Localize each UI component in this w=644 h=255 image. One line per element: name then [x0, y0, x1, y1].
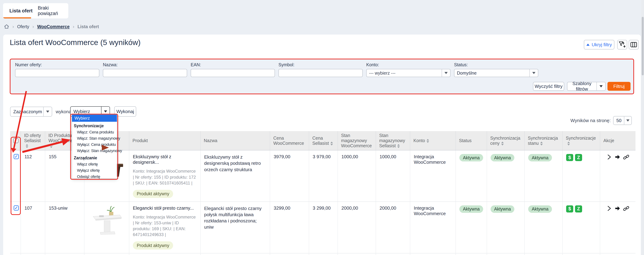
- konto-select[interactable]: --- wybierz ---: [366, 69, 450, 77]
- sort-icon: [26, 144, 28, 148]
- breadcrumb: › Oferty › WooCommerce › Lista ofert: [4, 23, 99, 30]
- table-row: 107 153-uniw: [10, 202, 636, 253]
- stock-sync-icon[interactable]: Z: [575, 154, 582, 161]
- hide-filters-button[interactable]: Ukryj filtry: [584, 40, 614, 49]
- price-sync-badge: Aktywna: [490, 154, 514, 161]
- stock-sync-badge: Aktywna: [528, 205, 552, 213]
- filter-submit-button[interactable]: Filtruj: [608, 82, 630, 91]
- chevron-down-icon: [530, 69, 538, 77]
- cell-stock-sellasist: 2000,00: [376, 202, 410, 253]
- menu-option[interactable]: Wyłącz: Cena produktu: [72, 141, 117, 148]
- status-badge: Aktywna: [459, 205, 483, 213]
- menu-option[interactable]: Włącz: Cena produktu: [72, 129, 117, 135]
- menu-option[interactable]: Wyłącz ofertę: [72, 167, 117, 174]
- header-select-all: [10, 131, 21, 150]
- tab-lista-ofert[interactable]: Lista ofert: [10, 3, 33, 18]
- header-sync-ceny[interactable]: Synchronizacja ceny: [487, 131, 524, 150]
- results-per-page-select[interactable]: 50: [613, 116, 632, 125]
- clear-filters-button[interactable]: Wyczyść filtry: [533, 82, 564, 91]
- symbol-input[interactable]: [278, 69, 363, 77]
- filter-field-konto: Konto: --- wybierz ---: [366, 62, 450, 77]
- filter-field-ean: EAN:: [191, 62, 275, 77]
- bulk-execute-button[interactable]: Wykonaj: [114, 106, 136, 117]
- stock-sync-icon[interactable]: Z: [575, 205, 582, 213]
- header-nazwa: Nazwa: [200, 131, 270, 150]
- filter-templates-button[interactable]: Szablony filtrów: [567, 82, 606, 91]
- cell-name: Ekskluzywny stół z designerską podstawą …: [200, 150, 270, 202]
- unlink-offer-icon[interactable]: [623, 205, 630, 211]
- tab-bar: Lista ofert Braki powiązań: [3, 3, 68, 18]
- price-sync-icon[interactable]: $: [566, 205, 573, 213]
- expand-row-icon[interactable]: [606, 154, 612, 160]
- breadcrumb-current: Lista ofert: [78, 24, 99, 29]
- cell-id-woo: 152: [45, 253, 84, 255]
- columns-button[interactable]: [629, 40, 639, 49]
- sort-icon: [50, 144, 53, 148]
- bulk-target-select[interactable]: Zaznaczonym: [10, 107, 52, 117]
- breadcrumb-oferty[interactable]: Oferty: [17, 24, 29, 29]
- cell-price-woo: 3979,00: [270, 150, 309, 202]
- offers-list-page: Lista ofert Braki powiązań › Oferty › Wo…: [0, 0, 644, 255]
- expand-row-icon[interactable]: [606, 205, 612, 211]
- chevron-down-icon: [43, 107, 52, 116]
- header-stan-sellasist[interactable]: Stan magazynowy Sellasist: [376, 131, 410, 150]
- ean-input[interactable]: [191, 69, 275, 77]
- header-akcje: Akcje: [600, 131, 636, 150]
- cell-id-sellasist: 112: [21, 150, 45, 202]
- header-synchronizacje[interactable]: Synchronizacje: [562, 131, 600, 150]
- header-konto[interactable]: Konto: [410, 131, 456, 150]
- price-sync-icon[interactable]: $: [566, 154, 573, 161]
- breadcrumb-separator: ›: [32, 24, 34, 29]
- product-meta: Konto: Integracja WooCommerce | Nr ofert…: [133, 214, 197, 238]
- menu-group-zarzadzanie: Zarządzanie: [72, 155, 117, 161]
- menu-option[interactable]: Włącz: Stan magazynowy: [72, 135, 117, 141]
- cell-stock-woo: 999,00: [338, 253, 376, 255]
- bulk-connector-label: wykonaj: [56, 109, 72, 114]
- product-meta: Konto: Integracja WooCommerce | Nr ofert…: [133, 168, 197, 186]
- select-all-checkbox[interactable]: [13, 138, 18, 143]
- tab-braki-powiazan[interactable]: Braki powiązań: [38, 3, 68, 18]
- cell-stock-sellasist: 999,00: [376, 253, 410, 255]
- bulk-action-menu: Wybierz Synchronizacje Włącz: Cena produ…: [72, 114, 117, 179]
- go-to-offer-icon[interactable]: [614, 154, 620, 160]
- header-cena-woocommerce: Cena WooCommerce: [270, 131, 309, 150]
- row-checkbox[interactable]: [14, 205, 19, 211]
- sort-icon: [330, 141, 333, 146]
- cell-price-woo: 3299,00: [270, 202, 309, 253]
- filters-panel: Numer oferty: Nazwa: EAN: Symbol: Konto:…: [10, 59, 634, 94]
- cell-stock-sellasist: 1000,00: [376, 150, 410, 202]
- chevron-down-icon[interactable]: [596, 82, 605, 90]
- columns-icon: [630, 41, 638, 48]
- menu-option[interactable]: Odwiąż ofertę: [72, 174, 117, 180]
- status-badge: Aktywna: [459, 154, 483, 161]
- go-to-offer-icon[interactable]: [614, 205, 620, 211]
- chevron-down-icon: [624, 116, 632, 125]
- sort-icon: [540, 141, 543, 146]
- home-icon[interactable]: [4, 24, 9, 29]
- product-active-badge: Produkt aktywny: [133, 241, 173, 250]
- scrollbar-thumb[interactable]: [642, 17, 644, 75]
- filter-field-numer-oferty: Numer oferty:: [15, 62, 99, 77]
- menu-option[interactable]: Włącz ofertę: [72, 161, 117, 167]
- row-checkbox[interactable]: [14, 154, 19, 159]
- product-title[interactable]: Ekskluzywny stół z designersk...: [133, 154, 197, 165]
- cell-stock-woo: 1000,00: [338, 150, 376, 202]
- menu-option-selected[interactable]: Wybierz: [72, 115, 117, 122]
- page-title: Lista ofert WooCommerce (5 wyników): [10, 38, 141, 47]
- status-select[interactable]: Domyślne: [454, 69, 538, 77]
- header-status: Status: [456, 131, 487, 150]
- product-title[interactable]: Elegancki stół presto czarny...: [133, 205, 197, 211]
- menu-option[interactable]: Wyłącz: Stan magazynowy: [72, 148, 117, 154]
- cell-id-woo: 153-uniw: [45, 202, 84, 253]
- header-cena-sellasist[interactable]: Cena Sellasist: [309, 131, 338, 150]
- filter-field-symbol: Symbol:: [278, 62, 363, 77]
- unlink-offer-icon[interactable]: [623, 154, 630, 160]
- sort-icon: [567, 141, 570, 146]
- header-sync-stanu[interactable]: Synchronizacja stanu: [524, 131, 562, 150]
- header-id-sellasist[interactable]: ID oferty Sellasist: [21, 131, 45, 150]
- numer-oferty-input[interactable]: [15, 69, 99, 77]
- cell-id-sellasist: 103: [21, 253, 45, 255]
- breadcrumb-woocommerce[interactable]: WooCommerce: [37, 24, 70, 29]
- filter-sort-button[interactable]: [617, 40, 627, 49]
- nazwa-input[interactable]: [103, 69, 187, 77]
